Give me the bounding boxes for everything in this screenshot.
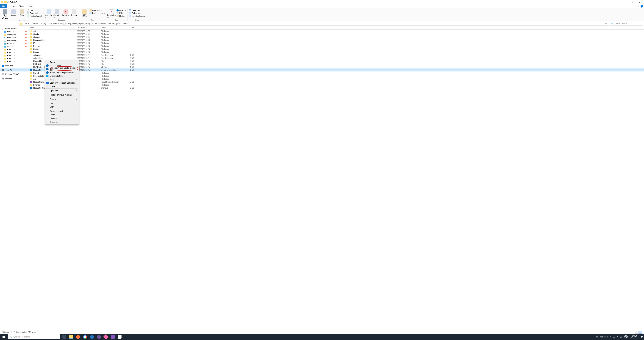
move-to-button[interactable]: Move to bbox=[45, 9, 52, 19]
select-none-button[interactable]: Select none bbox=[129, 12, 145, 15]
file-row[interactable]: .gitmodules17/11/2022 13:44Text Document… bbox=[28, 57, 644, 60]
ctx-rename[interactable]: Rename bbox=[45, 116, 78, 120]
nav-item[interactable]: RobCoG bbox=[0, 51, 28, 54]
file-row[interactable]: IntermediateFile folder bbox=[28, 74, 644, 77]
recent-dropdown[interactable]: ⌄ bbox=[10, 22, 13, 26]
new-item-button[interactable]: New item bbox=[89, 9, 105, 12]
nav-item[interactable]: Videos📌 bbox=[0, 45, 28, 48]
up-button[interactable]: ↑ bbox=[14, 22, 18, 26]
nav-item[interactable]: RobCoG bbox=[0, 48, 28, 51]
qat-dropdown-icon[interactable]: ▾ bbox=[7, 2, 8, 3]
chevron-right-icon[interactable]: › bbox=[57, 23, 58, 25]
chevron-right-icon[interactable]: › bbox=[120, 23, 122, 25]
tab-share[interactable]: Share bbox=[17, 5, 26, 8]
tab-home[interactable]: Home bbox=[8, 5, 17, 8]
ctx-share[interactable]: Share bbox=[45, 85, 78, 88]
breadcrumb-item[interactable]: Abhijit_data bbox=[47, 23, 57, 25]
app-taskbar[interactable] bbox=[89, 334, 95, 340]
taskbar-search[interactable]: 🔍Type here to search bbox=[8, 334, 60, 339]
breadcrumb-item[interactable]: RobCoG bbox=[122, 23, 129, 25]
ctx-properties[interactable]: Properties bbox=[45, 121, 78, 124]
cut-button[interactable]: Cut bbox=[27, 9, 42, 12]
easy-access-button[interactable]: Easy access bbox=[89, 12, 105, 15]
chevron-right-icon[interactable]: › bbox=[46, 23, 47, 25]
file-row[interactable]: Meshes17/11/2022 13:47File folder bbox=[28, 42, 644, 45]
col-size[interactable]: Size bbox=[123, 26, 135, 30]
nav-item[interactable]: RobCoG bbox=[0, 60, 28, 63]
breadcrumb-item[interactable]: RobCoG_github bbox=[108, 23, 120, 25]
col-date[interactable]: Date modified bbox=[76, 26, 100, 30]
file-row[interactable]: Plugins17/11/2022 13:47File folder bbox=[28, 45, 644, 48]
ctx-open[interactable]: Open bbox=[45, 60, 78, 64]
firefox-taskbar[interactable] bbox=[75, 334, 82, 340]
file-row[interactable]: Scripts17/11/2022 13:47File folder bbox=[28, 48, 644, 51]
file-row[interactable]: BinariesFile folder bbox=[28, 83, 644, 86]
nav-item[interactable]: RobCoG bbox=[0, 54, 28, 57]
breadcrumb-item[interactable]: VR lab downstairs bbox=[92, 23, 106, 25]
open-button[interactable]: Open bbox=[116, 9, 126, 12]
network-icon[interactable]: 🖧 bbox=[617, 336, 618, 338]
ctx-copy[interactable]: Copy bbox=[45, 105, 78, 109]
forward-button[interactable]: → bbox=[5, 22, 9, 26]
cloud-icon[interactable]: ☁ bbox=[613, 336, 615, 338]
address-dropdown-icon[interactable]: ⌄ bbox=[602, 23, 604, 25]
properties-button[interactable]: Properties bbox=[108, 9, 115, 19]
view-details-button[interactable] bbox=[635, 331, 639, 333]
nav-item[interactable]: Desktop📌 bbox=[0, 30, 28, 33]
ctx-create-shortcut[interactable]: Create shortcut bbox=[45, 109, 78, 113]
ctx-cut[interactable]: Cut bbox=[45, 102, 78, 105]
col-name[interactable]: Name bbox=[28, 26, 76, 30]
tab-file[interactable]: File bbox=[0, 5, 8, 8]
task-view-button[interactable] bbox=[61, 334, 68, 340]
breadcrumb-item[interactable]: This PC bbox=[24, 23, 30, 25]
chrome-taskbar[interactable] bbox=[82, 334, 88, 340]
chevron-right-icon[interactable]: › bbox=[129, 23, 130, 25]
volume-icon[interactable]: 🔊 bbox=[620, 336, 622, 338]
app-taskbar-2[interactable] bbox=[96, 334, 102, 340]
minimize-button[interactable]: — bbox=[624, 1, 629, 3]
notepad-taskbar[interactable] bbox=[116, 334, 123, 340]
ctx-delete[interactable]: Delete bbox=[45, 113, 78, 116]
breadcrumb-item[interactable]: Extreme SSD (D:) bbox=[32, 23, 46, 25]
notifications-icon[interactable]: 💬 bbox=[641, 336, 643, 338]
search-box[interactable]: 🔍 Search RobCoG bbox=[610, 22, 643, 26]
this-pc-item[interactable]: This PC bbox=[0, 68, 28, 71]
paste-shortcut-button[interactable]: Paste shortcut bbox=[27, 15, 42, 17]
onedrive-item[interactable]: OneDrive bbox=[0, 64, 28, 67]
file-row[interactable]: .gitignore17/11/2022 13:44Text Document1… bbox=[28, 54, 644, 57]
ctx-7zip[interactable]: 7-Zip› bbox=[45, 78, 78, 81]
file-row[interactable]: SavedFile folder bbox=[28, 71, 644, 74]
chevron-right-icon[interactable]: › bbox=[30, 23, 32, 25]
help-icon[interactable]: ? bbox=[640, 5, 643, 8]
file-row[interactable]: LICENSE17/11/2022 13:47File2 KB bbox=[28, 63, 644, 66]
ctx-restore[interactable]: Restore previous versions bbox=[45, 93, 78, 97]
nav-item[interactable]: Downloads📌 bbox=[0, 36, 28, 39]
breadcrumb-bar[interactable]: › This PC › Extreme SSD (D:) › Abhijit_d… bbox=[18, 22, 609, 26]
paste-button[interactable]: Paste bbox=[18, 9, 26, 16]
edit-button[interactable]: Edit bbox=[116, 12, 126, 15]
ctx-share-skype[interactable]: Share with Skype bbox=[45, 74, 78, 78]
visual-studio-taskbar[interactable] bbox=[110, 334, 116, 340]
file-row[interactable]: RobCoG.slnVisual Studio Solution5 KB bbox=[28, 80, 644, 83]
file-row[interactable]: Config17/11/2022 13:44File folder bbox=[28, 33, 644, 36]
start-button[interactable] bbox=[0, 334, 8, 340]
nav-item[interactable]: Pictures📌 bbox=[0, 42, 28, 45]
rename-button[interactable]: Rename bbox=[70, 9, 78, 16]
view-large-icons-button[interactable] bbox=[639, 331, 642, 333]
app-taskbar-3[interactable] bbox=[102, 334, 109, 340]
quick-access-header[interactable]: Quick access bbox=[0, 27, 28, 30]
copy-button[interactable]: Copy bbox=[10, 9, 17, 16]
file-row[interactable]: RobCoG - ShortcutShortcut2 KB bbox=[28, 86, 644, 89]
ctx-defender[interactable]: Scan with Microsoft Defender... bbox=[45, 81, 78, 85]
language-indicator[interactable]: ENGINTL bbox=[624, 335, 628, 339]
breadcrumb-item[interactable]: Pouring_backup_unreal_engine_robcog bbox=[58, 23, 90, 25]
file-row[interactable]: RobCoG17/11/2022 13:47Unreal Engine Proj… bbox=[28, 68, 644, 71]
refresh-button[interactable]: ⟳ bbox=[605, 23, 607, 25]
file-row[interactable]: Documentation17/11/2022 13:47File folder bbox=[28, 39, 644, 42]
navigation-pane[interactable]: Quick access Desktop📌workspace📌Downloads… bbox=[0, 26, 28, 330]
file-explorer-taskbar[interactable] bbox=[68, 334, 74, 340]
delete-button[interactable]: Delete bbox=[62, 9, 70, 16]
ctx-send-to[interactable]: Send to› bbox=[45, 97, 78, 101]
invert-selection-button[interactable]: Invert selection bbox=[129, 15, 145, 17]
chevron-right-icon[interactable]: › bbox=[90, 23, 92, 25]
